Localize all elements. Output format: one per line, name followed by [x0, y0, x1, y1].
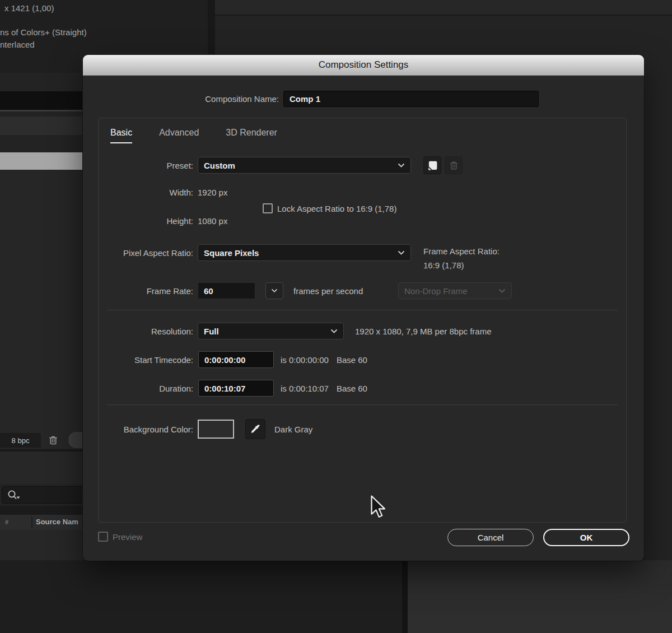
panel-band — [0, 452, 83, 484]
column-header-index[interactable]: # — [5, 519, 8, 525]
panel-band — [0, 530, 83, 560]
tab-advanced[interactable]: Advanced — [159, 128, 199, 143]
search-row — [0, 484, 83, 506]
lock-aspect-label: Lock Aspect Ratio to 16:9 (1,78) — [277, 204, 396, 213]
save-preset-button[interactable] — [423, 156, 441, 174]
panel-band — [408, 560, 672, 633]
preset-value: Custom — [204, 161, 235, 170]
preset-dropdown[interactable]: Custom — [198, 157, 411, 174]
scrollbar-thumb[interactable] — [0, 152, 83, 170]
preset-label: Preset: — [99, 161, 193, 170]
column-divider[interactable] — [31, 516, 32, 528]
frame-aspect-ratio-label: Frame Aspect Ratio: — [423, 244, 500, 258]
panel-band — [0, 73, 83, 91]
background-color-label: Background Color: — [99, 425, 193, 434]
footage-info-line: ns of Colors+ (Straight) — [0, 27, 87, 37]
duration-input[interactable] — [198, 380, 274, 397]
start-timecode-label: Start Timecode: — [99, 355, 193, 365]
panel-band — [0, 91, 83, 110]
ok-button-label: OK — [580, 533, 593, 542]
mouse-cursor — [369, 495, 388, 522]
cancel-button[interactable]: Cancel — [447, 529, 534, 546]
trash-icon — [449, 160, 459, 171]
chevron-down-icon — [271, 288, 278, 293]
frame-aspect-ratio-value: 16:9 (1,78) — [423, 258, 500, 272]
preview-toggle[interactable]: Preview — [98, 532, 142, 542]
delete-preset-button — [445, 156, 463, 174]
footage-info-line: x 1421 (1,00) — [4, 3, 54, 13]
frame-rate-dropdown-button[interactable] — [265, 282, 283, 299]
list-column-header: # Source Nam — [0, 515, 83, 530]
drop-frame-dropdown: Non-Drop Frame — [398, 282, 512, 299]
panel-band — [0, 135, 83, 152]
cancel-button-label: Cancel — [478, 533, 504, 542]
panel-divider — [402, 560, 408, 633]
bit-depth-button[interactable]: 8 bpc — [0, 433, 41, 448]
project-panel-footer: 8 bpc — [0, 431, 83, 449]
start-timecode-is: is 0:00:00:00 — [281, 355, 329, 365]
duration-label: Duration: — [99, 384, 193, 393]
save-preset-icon — [427, 160, 438, 171]
dialog-title-bar[interactable]: Composition Settings — [83, 55, 644, 76]
height-value[interactable]: 1080 px — [198, 216, 227, 226]
width-label: Width: — [99, 188, 193, 197]
footage-info-line: nterlaced — [0, 40, 35, 49]
search-icon — [7, 490, 21, 501]
ok-button[interactable]: OK — [543, 529, 629, 546]
frame-rate-label: Frame Rate: — [99, 286, 193, 296]
panel-edge — [215, 0, 672, 16]
width-value[interactable]: 1920 px — [198, 188, 227, 197]
eyedropper-icon — [250, 423, 261, 435]
chevron-down-icon — [398, 163, 405, 168]
pixel-aspect-dropdown[interactable]: Square Pixels — [198, 244, 411, 261]
eyedropper-button[interactable] — [245, 419, 265, 439]
chevron-down-icon — [330, 329, 338, 334]
search-input[interactable] — [2, 486, 92, 504]
resolution-dropdown[interactable]: Full — [198, 323, 344, 339]
section-divider — [107, 404, 618, 405]
tab-basic[interactable]: Basic — [110, 128, 132, 143]
background-color-name: Dark Gray — [274, 425, 312, 434]
panel-divider — [208, 0, 215, 56]
duration-base: Base 60 — [337, 384, 367, 393]
preview-checkbox[interactable] — [98, 532, 108, 542]
tab-bar: Basic Advanced 3D Renderer — [110, 128, 277, 143]
frame-rate-unit: frames per second — [293, 286, 363, 296]
basic-tab-panel: Basic Advanced 3D Renderer Preset: Custo… — [98, 118, 627, 523]
resolution-info: 1920 x 1080, 7,9 MB per 8bpc frame — [355, 327, 491, 336]
column-header-source-name[interactable]: Source Nam — [36, 518, 78, 526]
resolution-label: Resolution: — [99, 327, 193, 336]
chevron-down-icon — [498, 288, 506, 294]
trash-icon[interactable] — [46, 434, 60, 447]
start-timecode-base: Base 60 — [337, 355, 367, 365]
resolution-value: Full — [204, 327, 219, 336]
panel-band — [0, 560, 402, 633]
drop-frame-value: Non-Drop Frame — [404, 286, 468, 296]
pixel-aspect-value: Square Pixels — [204, 248, 259, 258]
height-label: Height: — [99, 216, 193, 226]
lock-aspect-checkbox[interactable] — [263, 203, 273, 213]
frame-aspect-ratio-info: Frame Aspect Ratio: 16:9 (1,78) — [423, 244, 500, 272]
section-divider — [107, 310, 618, 310]
composition-settings-dialog: Composition Settings Composition Name: B… — [83, 55, 644, 561]
panel-band — [0, 111, 83, 117]
panel-band — [0, 117, 83, 135]
composition-name-label: Composition Name: — [83, 94, 279, 104]
pixel-aspect-label: Pixel Aspect Ratio: — [99, 248, 193, 258]
panel-band — [0, 170, 83, 431]
preview-label: Preview — [113, 532, 142, 542]
tab-3d-renderer[interactable]: 3D Renderer — [226, 128, 277, 143]
dialog-title: Composition Settings — [319, 59, 409, 71]
chevron-down-icon — [398, 250, 405, 255]
panel-band — [0, 506, 83, 515]
composition-name-input[interactable] — [283, 91, 539, 107]
background-color-swatch[interactable] — [198, 420, 234, 439]
frame-rate-input[interactable] — [198, 282, 255, 299]
start-timecode-input[interactable] — [198, 351, 274, 368]
duration-is: is 0:00:10:07 — [281, 384, 329, 393]
